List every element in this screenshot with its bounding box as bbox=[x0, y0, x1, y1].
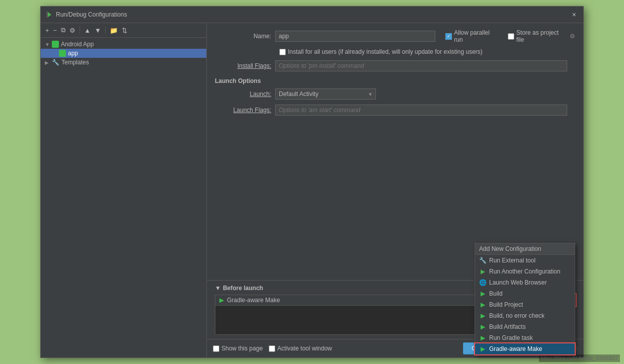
install-flags-row: Install Flags: bbox=[215, 60, 575, 71]
install-checkbox-row: Install for all users (if already instal… bbox=[275, 48, 575, 55]
play-menu-icon: ▶ bbox=[479, 268, 486, 275]
tree-item-app[interactable]: app bbox=[41, 49, 206, 58]
install-checkbox-label: Install for all users (if already instal… bbox=[288, 48, 483, 55]
right-scroll-area: Name: ✓ Allow parallel run Store as proj… bbox=[207, 23, 583, 280]
install-flags-label: Install Flags: bbox=[215, 62, 275, 69]
copy-config-button[interactable]: ⧉ bbox=[59, 25, 67, 35]
move-down-button[interactable]: ▼ bbox=[93, 26, 103, 35]
install-flags-input[interactable] bbox=[275, 60, 567, 71]
settings-button[interactable]: ⚙ bbox=[68, 26, 77, 35]
folder-button[interactable]: 📁 bbox=[108, 26, 119, 35]
menu-item-build-artifacts[interactable]: ▶ Build Artifacts bbox=[475, 321, 575, 332]
name-label: Name: bbox=[215, 33, 275, 40]
gradle-aware-icon: ▶ bbox=[479, 345, 486, 352]
launch-flags-label: Launch Flags: bbox=[215, 107, 275, 114]
gradle-row-label: Gradle-aware Make bbox=[227, 297, 280, 304]
run-debug-icon bbox=[46, 11, 53, 18]
separator-2 bbox=[105, 26, 106, 34]
menu-item-launch-web-browser[interactable]: 🌐 Launch Web Browser bbox=[475, 277, 575, 288]
menu-item-build-project[interactable]: ▶ Build Project bbox=[475, 299, 575, 310]
parallel-checkbox-wrapper: ✓ Allow parallel run bbox=[445, 29, 500, 43]
menu-item-run-another-config-label: Run Another Configuration bbox=[489, 268, 560, 275]
menu-item-gradle-aware-make-label: Gradle-aware Make bbox=[489, 345, 542, 352]
launch-label: Launch: bbox=[215, 90, 275, 98]
gradle-icon: ▶ bbox=[219, 297, 224, 304]
menu-item-build-no-error-label: Build, no error check bbox=[489, 312, 544, 319]
menu-item-build[interactable]: ▶ Build bbox=[475, 288, 575, 299]
store-settings-icon[interactable]: ⚙ bbox=[570, 33, 575, 40]
menu-item-build-no-error[interactable]: ▶ Build, no error check bbox=[475, 310, 575, 321]
build-project-icon: ▶ bbox=[479, 301, 486, 308]
watermark: https://blog.csdn.net/qq_43680027 bbox=[539, 354, 620, 362]
run-debug-dialog: Run/Debug Configurations × + − ⧉ ⚙ ▲ ▼ 📁… bbox=[40, 6, 584, 358]
close-button[interactable]: × bbox=[570, 10, 578, 20]
launch-dropdown-wrapper: Default Activity Nothing Specified Activ… bbox=[275, 88, 376, 100]
menu-item-run-external-tool[interactable]: 🔧 Run External tool bbox=[475, 255, 575, 266]
show-page-label: Show this page bbox=[221, 345, 263, 352]
menu-item-run-external-tool-label: Run External tool bbox=[489, 257, 535, 264]
globe-menu-icon: 🌐 bbox=[479, 279, 486, 286]
tree-item-templates-label: Templates bbox=[61, 59, 89, 66]
launch-dropdown[interactable]: Default Activity Nothing Specified Activ… bbox=[275, 88, 376, 100]
menu-item-build-project-label: Build Project bbox=[489, 301, 523, 308]
menu-item-build-label: Build bbox=[489, 290, 503, 297]
install-checkbox[interactable] bbox=[279, 49, 286, 55]
templates-arrow: ▶ bbox=[45, 60, 52, 65]
activate-window-checkbox[interactable] bbox=[269, 345, 275, 352]
menu-item-run-gradle-task[interactable]: ▶ Run Gradle task bbox=[475, 332, 575, 343]
tree-item-templates[interactable]: ▶ 🔧 Templates bbox=[41, 58, 206, 67]
android-icon bbox=[52, 41, 59, 48]
build-menu-icon: ▶ bbox=[479, 290, 486, 297]
store-checkbox-label: Store as project file bbox=[516, 29, 568, 43]
move-up-button[interactable]: ▲ bbox=[83, 26, 92, 35]
menu-item-run-another-config[interactable]: ▶ Run Another Configuration bbox=[475, 266, 575, 277]
tree-item-app-label: app bbox=[68, 50, 78, 57]
add-config-button[interactable]: + bbox=[44, 26, 51, 35]
tree-item-label: Android App bbox=[61, 41, 94, 48]
left-panel: + − ⧉ ⚙ ▲ ▼ 📁 ⇅ ▼ Android App bbox=[41, 23, 207, 357]
menu-item-gradle-aware-make[interactable]: ▶ Gradle-aware Make bbox=[475, 343, 575, 354]
app-android-icon bbox=[59, 50, 66, 57]
menu-item-run-gradle-task-label: Run Gradle task bbox=[489, 334, 533, 341]
title-bar-left: Run/Debug Configurations bbox=[46, 11, 127, 18]
launch-flags-row: Launch Flags: bbox=[215, 105, 575, 116]
parallel-options: ✓ Allow parallel run Store as project fi… bbox=[445, 29, 575, 43]
remove-config-button[interactable]: − bbox=[52, 26, 59, 35]
parallel-checkbox[interactable]: ✓ bbox=[445, 33, 452, 40]
before-launch-label: Before launch bbox=[223, 285, 263, 292]
left-toolbar: + − ⧉ ⚙ ▲ ▼ 📁 ⇅ bbox=[41, 23, 206, 38]
leaf-arrow bbox=[52, 51, 59, 56]
parallel-checkbox-label: Allow parallel run bbox=[454, 29, 500, 43]
wrench-icon: 🔧 bbox=[52, 59, 59, 66]
content-area: + − ⧉ ⚙ ▲ ▼ 📁 ⇅ ▼ Android App bbox=[41, 23, 583, 357]
before-launch-arrow: ▼ bbox=[215, 285, 221, 292]
menu-item-build-artifacts-label: Build Artifacts bbox=[489, 323, 526, 330]
build-artifacts-icon: ▶ bbox=[479, 323, 486, 330]
launch-options-section: Launch Options Launch: Default Activity … bbox=[215, 77, 575, 116]
name-input[interactable] bbox=[275, 31, 435, 42]
gradle-task-icon: ▶ bbox=[479, 334, 486, 341]
tree-item-android-app[interactable]: ▼ Android App bbox=[41, 40, 206, 49]
expand-arrow: ▼ bbox=[45, 42, 52, 47]
context-menu: Add New Configuration 🔧 Run External too… bbox=[475, 243, 575, 355]
build-no-error-icon: ▶ bbox=[479, 312, 486, 319]
launch-flags-input[interactable] bbox=[275, 105, 567, 116]
context-menu-header: Add New Configuration bbox=[475, 243, 575, 255]
store-checkbox[interactable] bbox=[508, 33, 514, 40]
menu-item-launch-web-browser-label: Launch Web Browser bbox=[489, 279, 547, 286]
activate-window-label-wrapper[interactable]: Activate tool window bbox=[269, 345, 332, 352]
show-page-label-wrapper[interactable]: Show this page bbox=[213, 345, 263, 352]
name-row: Name: ✓ Allow parallel run Store as proj… bbox=[215, 29, 575, 43]
sort-button[interactable]: ⇅ bbox=[120, 26, 129, 35]
svg-rect-1 bbox=[46, 12, 48, 18]
launch-options-header: Launch Options bbox=[215, 77, 575, 84]
config-tree: ▼ Android App app ▶ 🔧 Templates bbox=[41, 38, 206, 357]
title-bar: Run/Debug Configurations × bbox=[41, 7, 583, 23]
activate-window-label: Activate tool window bbox=[277, 345, 332, 352]
show-page-checkbox[interactable] bbox=[213, 345, 219, 352]
show-page-row: Show this page Activate tool window bbox=[213, 345, 332, 352]
wrench-menu-icon: 🔧 bbox=[479, 257, 486, 264]
store-checkbox-wrapper: Store as project file ⚙ bbox=[508, 29, 575, 43]
dialog-title: Run/Debug Configurations bbox=[56, 11, 127, 18]
separator-1 bbox=[80, 26, 80, 34]
